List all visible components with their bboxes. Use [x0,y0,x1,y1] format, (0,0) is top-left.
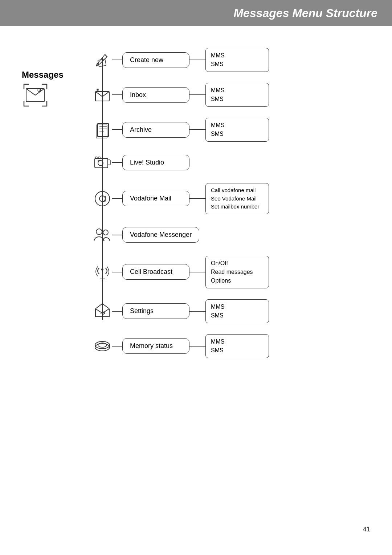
menu-diagram: Create new MMS SMS [93,48,392,376]
memory-status-icon [93,336,112,356]
menu-row-archive: Archive MMS SMS [93,118,392,142]
svg-rect-16 [108,160,110,165]
svg-rect-15 [95,158,108,168]
menu-row-vodafone-mail: Vodafone Mail Call vodafone mail See Vod… [93,183,392,214]
messages-section: Messages [22,70,64,108]
settings-icon [93,301,112,321]
svg-point-2 [39,90,40,91]
svg-point-25 [101,268,103,271]
envelope-icon [22,83,49,108]
menu-row-inbox: Inbox MMS SMS [93,83,392,107]
menu-row-settings: Settings MMS SMS [93,299,392,323]
sub-box-cell-broadcast: On/Off Read messages Options [205,256,269,288]
svg-point-30 [95,341,110,349]
menu-row-create-new: Create new MMS SMS [93,48,392,72]
header-bar: Messages Menu Structure [0,0,392,26]
menu-box-live-studio: Live! Studio [122,155,189,170]
svg-line-3 [105,54,107,57]
menu-row-cell-broadcast: Cell Broadcast On/Off Read messages Opti… [93,256,392,288]
svg-rect-4 [98,59,106,66]
sub-box-create-new: MMS SMS [205,48,269,72]
archive-icon [93,120,112,139]
menu-box-memory-status: Memory status [122,338,189,354]
live-studio-icon [93,153,112,172]
sub-box-inbox: MMS SMS [205,83,269,107]
menu-box-settings: Settings [122,303,189,319]
create-new-icon [93,50,112,70]
cell-broadcast-icon [93,262,112,282]
menu-row-live-studio: Live! Studio [93,153,392,172]
vodafone-mail-icon [93,189,112,208]
menu-box-inbox: Inbox [122,87,189,103]
sub-box-settings: MMS SMS [205,299,269,323]
svg-point-24 [103,230,108,235]
sub-box-archive: MMS SMS [205,118,269,142]
page-number: 41 [363,526,370,533]
svg-point-23 [96,229,102,235]
svg-point-21 [95,191,110,206]
menu-row-memory-status: Memory status MMS SMS [93,334,392,358]
menu-box-vodafone-messenger: Vodafone Messenger [122,227,199,243]
vodafone-messenger-icon [93,225,112,245]
sub-box-vodafone-mail: Call vodafone mail See Vodafone Mail Set… [205,183,269,214]
sub-box-memory-status: MMS SMS [205,334,269,358]
menu-box-create-new: Create new [122,52,189,68]
page-title: Messages Menu Structure [233,7,377,20]
messages-label: Messages [22,70,64,80]
menu-box-cell-broadcast: Cell Broadcast [122,264,189,280]
svg-point-17 [98,161,103,166]
menu-box-vodafone-mail: Vodafone Mail [122,191,189,206]
inbox-icon [93,85,112,105]
menu-box-archive: Archive [122,122,189,138]
menu-row-vodafone-messenger: Vodafone Messenger [93,225,392,245]
